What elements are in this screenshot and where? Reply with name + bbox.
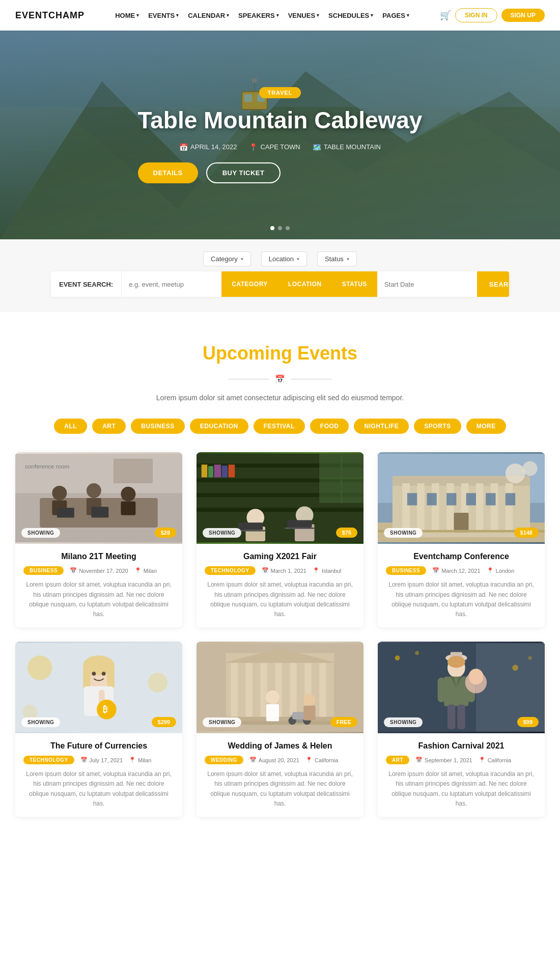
chevron-down-icon: ▾	[276, 13, 279, 18]
signin-button[interactable]: SIGN IN	[455, 8, 497, 22]
buy-ticket-button[interactable]: BUY TICKET	[206, 162, 281, 183]
event-location-e1: 📍 Milan	[134, 567, 157, 574]
nav-links: HOME▾ EVENTS▾ CALENDAR▾ SPEAKERS▾ VENUES…	[115, 12, 409, 19]
badge-price-e3: $148	[514, 528, 539, 538]
nav-speakers[interactable]: SPEAKERS▾	[238, 12, 279, 19]
pin-icon: 📍	[129, 757, 136, 763]
badge-price-e4: $299	[152, 717, 176, 727]
pin-icon: 📍	[313, 567, 320, 574]
search-status-button[interactable]: STATUS	[332, 271, 377, 297]
hero-dot-2[interactable]	[278, 226, 282, 230]
svg-point-123	[395, 655, 400, 660]
filter-tab-food[interactable]: FOOD	[310, 419, 349, 434]
chevron-down-icon: ▾	[297, 256, 299, 262]
nav-schedules[interactable]: SCHEDULES▾	[328, 12, 373, 19]
filter-tab-sports[interactable]: SPORTS	[414, 419, 461, 434]
event-card-body-e5: Wedding of James & Helen WEDDING 📅 Augus…	[197, 733, 363, 817]
badge-price-e6: $99	[517, 717, 539, 727]
svg-point-82	[27, 655, 52, 680]
cart-icon[interactable]: 🛒	[440, 10, 451, 21]
svg-rect-89	[245, 663, 253, 717]
event-card-e6: SHOWING $99 Fashion Carnival 2021 ART 📅 …	[378, 642, 545, 817]
badge-showing-e5: SHOWING	[203, 717, 241, 727]
svg-rect-30	[202, 465, 208, 478]
svg-rect-63	[486, 493, 495, 506]
status-dropdown[interactable]: Status ▾	[317, 252, 357, 266]
event-location-e3: 📍 London	[487, 567, 515, 574]
nav-events[interactable]: EVENTS▾	[148, 12, 179, 19]
chevron-down-icon: ▾	[407, 13, 409, 18]
svg-point-125	[512, 665, 518, 671]
signup-button[interactable]: SIGN UP	[501, 9, 545, 22]
svg-point-80	[92, 672, 96, 676]
nav-pages[interactable]: PAGES▾	[382, 12, 409, 19]
search-button[interactable]: SEARCH	[477, 271, 509, 297]
filter-tab-all[interactable]: ALL	[54, 419, 87, 434]
search-location-button[interactable]: LOCATION	[278, 271, 332, 297]
hero-dot-3[interactable]	[286, 226, 290, 230]
badge-showing-e1: SHOWING	[21, 528, 60, 538]
event-date-e6: 📅 September 1, 2021	[415, 757, 472, 763]
location-dropdown[interactable]: Location ▾	[261, 252, 307, 266]
filter-tab-nightlife[interactable]: NIGHTLIFE	[354, 419, 409, 434]
svg-point-124	[415, 651, 419, 655]
svg-rect-40	[238, 523, 263, 530]
hero-date: 📅 APRIL 14, 2022	[179, 143, 237, 151]
svg-point-104	[303, 694, 315, 706]
event-card-body-e3: Eventchamp Conference BUSINESS 📅 March 1…	[378, 544, 545, 627]
svg-rect-58	[506, 483, 513, 532]
event-description-e1: Lorem ipsum dolor sit amet, voluptua ira…	[23, 580, 174, 619]
hero-title: Table Mountain Cableway	[138, 106, 423, 134]
hero-dots	[270, 226, 290, 230]
event-image-e6: SHOWING $99	[378, 642, 545, 733]
event-image-e3: SHOWING $148	[378, 452, 545, 544]
event-meta-e3: BUSINESS 📅 March 12, 2021 📍 London	[386, 566, 537, 575]
hero-badge: TRAVEL	[259, 87, 300, 98]
event-meta-e5: WEDDING 📅 August 20, 2021 📍 California	[205, 756, 355, 764]
details-button[interactable]: DETAILS	[138, 162, 198, 183]
hero-buttons: DETAILS BUY TICKET	[138, 162, 423, 183]
svg-text:conference room: conference room	[25, 464, 69, 470]
svg-rect-60	[427, 493, 436, 506]
search-input[interactable]	[122, 271, 221, 297]
svg-rect-120	[457, 705, 465, 729]
event-image-e4: ₿ SHOWING $299	[15, 642, 182, 733]
search-category-button[interactable]: CATEGORY	[221, 271, 278, 297]
nav-home[interactable]: HOME▾	[115, 12, 139, 19]
filter-tab-more[interactable]: MORE	[466, 419, 506, 434]
filter-tab-festival[interactable]: FESTIVAL	[254, 419, 305, 434]
hero-content: TRAVEL Table Mountain Cableway 📅 APRIL 1…	[138, 87, 423, 183]
badge-showing-e4: SHOWING	[21, 717, 60, 727]
svg-rect-54	[446, 483, 454, 532]
filter-tabs: ALL ART BUSINESS EDUCATION FESTIVAL FOOD…	[15, 419, 545, 434]
section-divider: 📅	[15, 374, 545, 384]
event-category-e6: ART	[386, 756, 409, 764]
chevron-down-icon: ▾	[176, 13, 179, 18]
badge-price-e2: $75	[336, 528, 357, 538]
event-description-e3: Lorem ipsum dolor sit amet, voluptua ira…	[386, 580, 537, 619]
svg-point-16	[87, 483, 101, 498]
search-date-input[interactable]	[377, 271, 477, 297]
event-date-e4: 📅 July 17, 2021	[80, 757, 123, 763]
event-card-e3: SHOWING $148 Eventchamp Conference BUSIN…	[378, 452, 545, 627]
hero-dot-1[interactable]	[270, 226, 274, 230]
calendar-icon: 📅	[179, 143, 188, 151]
section-heading: Upcoming Events	[15, 343, 545, 364]
badge-showing-e2: SHOWING	[203, 528, 241, 538]
svg-point-113	[447, 656, 465, 668]
filter-tab-art[interactable]: ART	[92, 419, 126, 434]
svg-rect-117	[438, 678, 445, 702]
svg-rect-20	[57, 508, 74, 518]
nav-calendar[interactable]: CALENDAR▾	[188, 12, 229, 19]
nav-venues[interactable]: VENUES▾	[288, 12, 319, 19]
upcoming-section: Upcoming Events 📅 Lorem ipsum dolor sit …	[0, 312, 560, 852]
logo[interactable]: EVENTCHAMP	[15, 10, 85, 21]
event-title-e6: Fashion Carnival 2021	[386, 741, 537, 751]
filter-tab-education[interactable]: EDUCATION	[190, 419, 248, 434]
category-dropdown[interactable]: Category ▾	[203, 252, 251, 266]
svg-rect-90	[260, 663, 267, 717]
filter-tab-business[interactable]: BUSINESS	[131, 419, 184, 434]
svg-rect-59	[407, 493, 417, 506]
event-title-e5: Wedding of James & Helen	[205, 741, 355, 751]
event-card-body-e1: Milano 21T Meeting BUSINESS 📅 November 1…	[15, 544, 182, 627]
